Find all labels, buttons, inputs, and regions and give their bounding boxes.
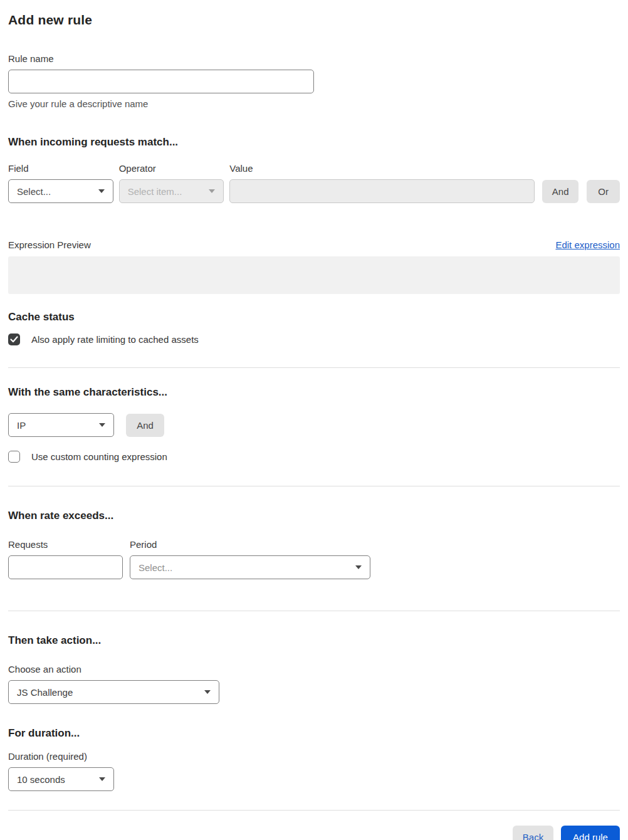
chevron-down-icon [355, 565, 362, 569]
period-label: Period [130, 539, 370, 550]
page-title: Add new rule [8, 13, 620, 28]
chevron-down-icon [209, 189, 215, 193]
characteristics-and-button[interactable]: And [126, 414, 164, 437]
divider [8, 486, 620, 486]
value-label: Value [229, 163, 535, 174]
divider [8, 367, 620, 368]
duration-label: Duration (required) [8, 751, 620, 762]
form-footer: Back Add rule [8, 826, 620, 840]
custom-counting-checkbox-label: Use custom counting expression [31, 451, 167, 462]
chevron-down-icon [99, 423, 105, 427]
characteristics-heading: With the same characteristics... [8, 386, 620, 399]
divider [8, 810, 620, 811]
field-label: Field [8, 163, 113, 174]
cached-assets-checkbox-label: Also apply rate limiting to cached asset… [31, 334, 199, 345]
period-select-value: Select... [139, 562, 172, 573]
period-select[interactable]: Select... [130, 555, 370, 579]
back-button[interactable]: Back [513, 826, 553, 840]
duration-heading: For duration... [8, 727, 620, 740]
requests-label: Requests [8, 539, 123, 550]
cache-status-heading: Cache status [8, 311, 620, 323]
custom-counting-checkbox[interactable] [8, 451, 20, 463]
or-button[interactable]: Or [587, 180, 620, 203]
expression-section: Expression Preview Edit expression [8, 239, 620, 294]
edit-expression-link[interactable]: Edit expression [555, 239, 620, 250]
chevron-down-icon [98, 189, 105, 193]
field-select-value: Select... [17, 186, 51, 197]
duration-select[interactable]: 10 seconds [8, 767, 114, 791]
rate-section: When rate exceeds... Requests Period Sel… [8, 510, 620, 579]
cache-status-section: Cache status Also apply rate limiting to… [8, 311, 620, 345]
characteristic-select-value: IP [17, 420, 26, 431]
rule-name-input[interactable] [8, 70, 314, 93]
operator-select-value: Select item... [128, 186, 182, 197]
expression-preview-label: Expression Preview [8, 239, 91, 250]
rule-name-label: Rule name [8, 53, 620, 64]
action-label: Choose an action [8, 664, 620, 675]
rule-name-section: Rule name Give your rule a descriptive n… [8, 53, 620, 109]
add-rule-button[interactable]: Add rule [561, 826, 620, 840]
cached-assets-checkbox[interactable] [8, 333, 20, 345]
operator-label: Operator [119, 163, 224, 174]
operator-select: Select item... [119, 179, 224, 203]
rule-name-helper: Give your rule a descriptive name [8, 98, 620, 109]
and-button[interactable]: And [542, 180, 578, 203]
duration-section: For duration... Duration (required) 10 s… [8, 727, 620, 791]
action-section: Then take action... Choose an action JS … [8, 634, 620, 704]
action-heading: Then take action... [8, 634, 620, 647]
match-section: When incoming requests match... Field Se… [8, 136, 620, 203]
rate-heading: When rate exceeds... [8, 510, 620, 522]
characteristic-select[interactable]: IP [8, 413, 114, 437]
action-select-value: JS Challenge [17, 687, 73, 698]
add-rule-form: Add new rule Rule name Give your rule a … [0, 0, 628, 840]
field-select[interactable]: Select... [8, 179, 113, 203]
characteristics-section: With the same characteristics... IP And … [8, 386, 620, 463]
check-icon [10, 336, 18, 343]
chevron-down-icon [204, 690, 211, 694]
duration-select-value: 10 seconds [17, 774, 65, 785]
requests-input[interactable] [8, 555, 123, 579]
divider [8, 611, 620, 611]
expression-preview-box [8, 256, 620, 294]
chevron-down-icon [99, 777, 105, 781]
action-select[interactable]: JS Challenge [8, 680, 219, 704]
match-heading: When incoming requests match... [8, 136, 620, 149]
value-input [229, 179, 535, 203]
